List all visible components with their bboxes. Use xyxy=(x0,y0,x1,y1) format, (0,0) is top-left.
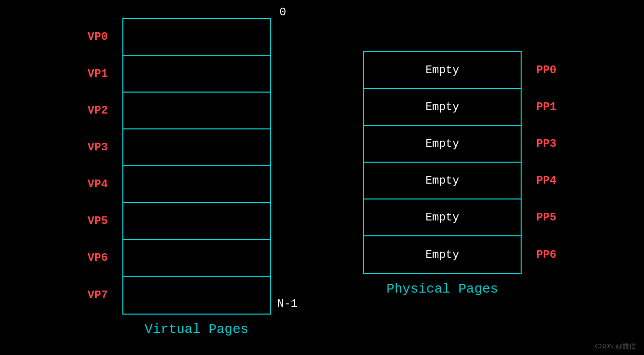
pp-row-4: Empty PP4 xyxy=(364,163,521,199)
pp0-content: Empty xyxy=(425,64,459,77)
vp2-content xyxy=(123,93,270,128)
vp1-label: VP1 xyxy=(88,68,108,80)
vp-row-0: VP0 xyxy=(123,19,270,56)
pp-row-3: Empty PP3 xyxy=(364,126,521,163)
pp5-content: Empty xyxy=(425,211,459,224)
vp-row-5: VP5 xyxy=(123,203,270,240)
virtual-bottom-label: N-1 xyxy=(277,298,297,310)
pp4-content: Empty xyxy=(425,174,459,187)
pp-row-0: Empty PP0 xyxy=(364,52,521,89)
vp-row-6: VP6 xyxy=(123,240,270,277)
virtual-pages-box: VP0 VP1 VP2 VP3 VP4 xyxy=(122,18,271,315)
physical-pages-box: Empty PP0 Empty PP1 Empty PP3 Empty PP4 … xyxy=(363,51,522,274)
watermark: CSDN @旅信 xyxy=(595,342,636,351)
vp7-content xyxy=(123,277,270,314)
pp3-content: Empty xyxy=(425,138,459,150)
vp5-label: VP5 xyxy=(88,215,108,228)
pp6-label: PP6 xyxy=(536,249,556,261)
vp4-label: VP4 xyxy=(88,178,108,191)
vp4-content xyxy=(123,166,270,202)
vp-row-4: VP4 xyxy=(123,166,270,203)
vp-row-3: VP3 xyxy=(123,129,270,166)
vp0-content xyxy=(123,19,270,55)
pp-row-6: Empty PP6 xyxy=(364,236,521,273)
vp-row-2: VP2 xyxy=(123,93,270,129)
vp-row-1: VP1 xyxy=(123,56,270,93)
pp6-content: Empty xyxy=(425,249,459,261)
virtual-top-label: 0 xyxy=(280,6,286,19)
vp2-label: VP2 xyxy=(88,104,108,117)
vp3-label: VP3 xyxy=(88,141,108,154)
physical-pages-title: Physical Pages xyxy=(387,281,498,297)
virtual-pages-section: 0 VP0 VP1 VP2 VP3 VP4 xyxy=(122,10,271,337)
pp4-label: PP4 xyxy=(536,174,556,187)
vp7-label: VP7 xyxy=(88,289,108,302)
vp-row-7: VP7 xyxy=(123,277,270,314)
physical-pages-section: Empty PP0 Empty PP1 Empty PP3 Empty PP4 … xyxy=(363,51,522,297)
vp6-label: VP6 xyxy=(88,252,108,264)
vp3-content xyxy=(123,129,270,165)
pp5-label: PP5 xyxy=(536,211,556,224)
pp-row-1: Empty PP1 xyxy=(364,89,521,126)
pp1-label: PP1 xyxy=(536,101,556,114)
vp6-content xyxy=(123,240,270,276)
virtual-pages-title: Virtual Pages xyxy=(145,322,249,337)
pp3-label: PP3 xyxy=(536,138,556,150)
vp0-label: VP0 xyxy=(88,31,108,43)
vp5-content xyxy=(123,203,270,239)
pp-row-5: Empty PP5 xyxy=(364,199,521,236)
pp0-label: PP0 xyxy=(536,64,556,77)
pp1-content: Empty xyxy=(425,101,459,114)
vp1-content xyxy=(123,56,270,92)
